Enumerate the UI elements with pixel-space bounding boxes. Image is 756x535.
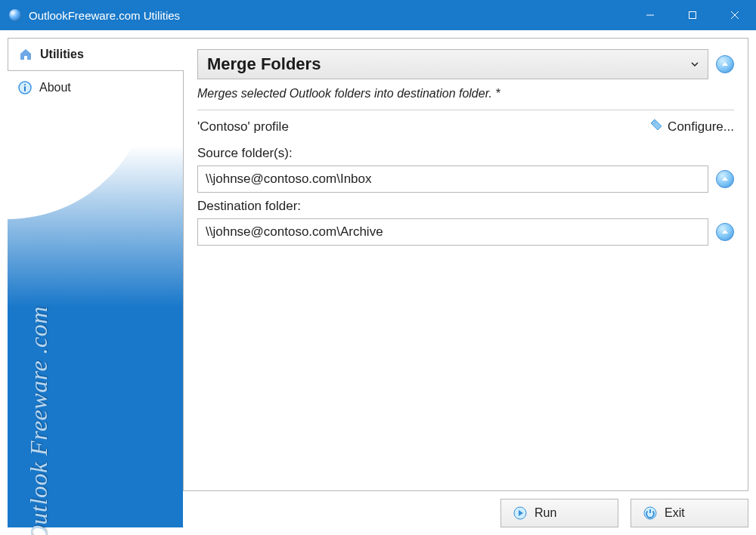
divider bbox=[197, 110, 734, 110]
run-label: Run bbox=[534, 506, 556, 520]
play-icon bbox=[513, 506, 527, 520]
exit-label: Exit bbox=[665, 506, 685, 520]
panel-description: Merges selected Outlook folders into des… bbox=[197, 87, 734, 101]
tab-label: About bbox=[39, 81, 71, 94]
tag-icon bbox=[649, 118, 663, 135]
minimize-button[interactable] bbox=[629, 0, 671, 30]
sidebar: Utilities About Outlook Freeware .com bbox=[8, 38, 183, 527]
sidebar-tab-about[interactable]: About bbox=[8, 71, 183, 104]
info-icon bbox=[18, 81, 32, 94]
panel-title: Merge Folders bbox=[207, 54, 321, 74]
tab-label: Utilities bbox=[40, 48, 84, 61]
panel-header[interactable]: Merge Folders bbox=[197, 49, 708, 79]
exit-button[interactable]: Exit bbox=[631, 499, 748, 527]
source-label: Source folder(s): bbox=[197, 146, 734, 161]
collapse-button[interactable] bbox=[716, 55, 734, 73]
utility-panel: Merge Folders Merges selected Outlook fo… bbox=[183, 38, 748, 491]
destination-input[interactable] bbox=[197, 218, 708, 246]
window-title: OutlookFreeware.com Utilities bbox=[29, 9, 180, 22]
run-button[interactable]: Run bbox=[500, 499, 618, 527]
main-area: Merge Folders Merges selected Outlook fo… bbox=[183, 38, 748, 527]
sidebar-tab-utilities[interactable]: Utilities bbox=[8, 38, 183, 71]
profile-label: 'Contoso' profile bbox=[197, 118, 289, 135]
action-buttons: Run Exit bbox=[183, 491, 748, 527]
close-button[interactable] bbox=[714, 0, 756, 30]
source-browse-button[interactable] bbox=[716, 170, 734, 188]
title-bar: OutlookFreeware.com Utilities bbox=[0, 0, 756, 30]
brand-watermark: Outlook Freeware .com bbox=[25, 306, 53, 535]
app-icon bbox=[9, 9, 21, 21]
configure-label: Configure... bbox=[668, 119, 734, 135]
svg-rect-1 bbox=[689, 12, 696, 19]
chevron-down-icon bbox=[689, 59, 700, 70]
svg-point-5 bbox=[653, 122, 655, 124]
maximize-button[interactable] bbox=[671, 0, 714, 30]
home-icon bbox=[19, 48, 33, 61]
source-input[interactable] bbox=[197, 165, 708, 193]
power-icon bbox=[643, 506, 657, 520]
destination-label: Destination folder: bbox=[197, 199, 734, 214]
configure-link[interactable]: Configure... bbox=[649, 118, 734, 135]
destination-browse-button[interactable] bbox=[716, 223, 734, 241]
client-area: Utilities About Outlook Freeware .com Me… bbox=[0, 30, 756, 535]
sidebar-curve bbox=[8, 136, 183, 227]
